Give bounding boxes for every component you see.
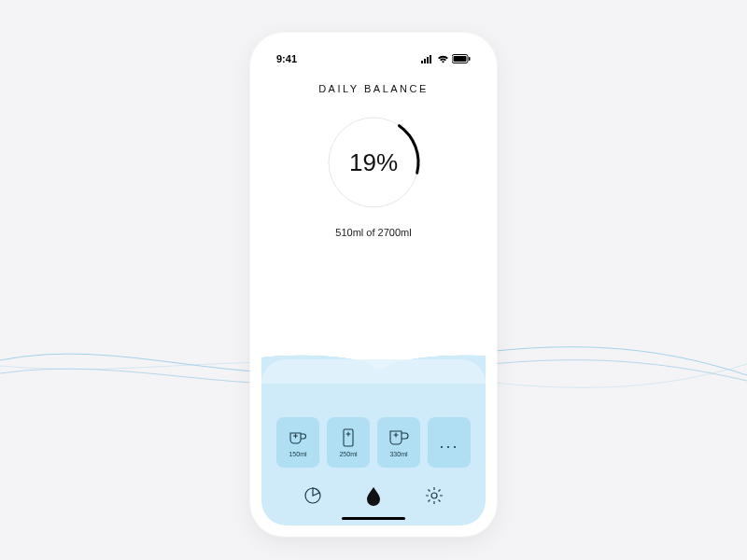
quick-add-label: 250ml [339,451,357,457]
nav-home-button[interactable] [360,483,387,509]
svg-rect-1 [424,59,426,63]
pie-chart-icon [303,486,322,505]
status-indicators [421,54,471,63]
gear-icon [425,486,444,505]
svg-point-11 [431,493,437,498]
quick-add-row: 150ml 250ml 330ml ... [261,417,486,468]
progress-percent-label: 19% [322,111,425,214]
phone-screen: 9:41 DAILY BALANCE 19% 510ml of 2700ml [261,44,486,525]
mug-icon [388,427,410,448]
quick-add-more-button[interactable]: ... [428,417,471,468]
svg-rect-5 [454,56,467,62]
svg-rect-0 [421,61,423,63]
nav-stats-button[interactable] [300,483,326,509]
svg-rect-2 [427,57,429,63]
status-bar: 9:41 [261,44,486,64]
progress-summary: 510ml of 2700ml [261,227,486,238]
progress-ring: 19% [322,111,425,214]
quick-add-label: 150ml [289,451,306,457]
phone-frame: 9:41 DAILY BALANCE 19% 510ml of 2700ml [250,33,497,537]
quick-add-250ml[interactable]: 250ml [327,417,370,468]
home-indicator[interactable] [342,517,405,520]
battery-icon [452,54,471,63]
svg-rect-6 [469,57,471,61]
bottom-nav [261,483,486,509]
quick-add-150ml[interactable]: 150ml [276,417,319,468]
signal-icon [421,55,434,63]
nav-settings-button[interactable] [421,483,447,509]
wifi-icon [437,55,449,63]
page-title: DAILY BALANCE [261,83,486,94]
ellipsis-icon: ... [439,434,458,451]
small-cup-icon [288,427,308,448]
water-drop-icon [365,485,382,506]
status-time: 9:41 [276,53,297,64]
water-level-fill: 150ml 250ml 330ml ... [261,369,486,525]
quick-add-330ml[interactable]: 330ml [377,417,420,468]
quick-add-label: 330ml [389,451,407,457]
svg-rect-3 [430,55,431,63]
glass-icon [341,427,356,448]
